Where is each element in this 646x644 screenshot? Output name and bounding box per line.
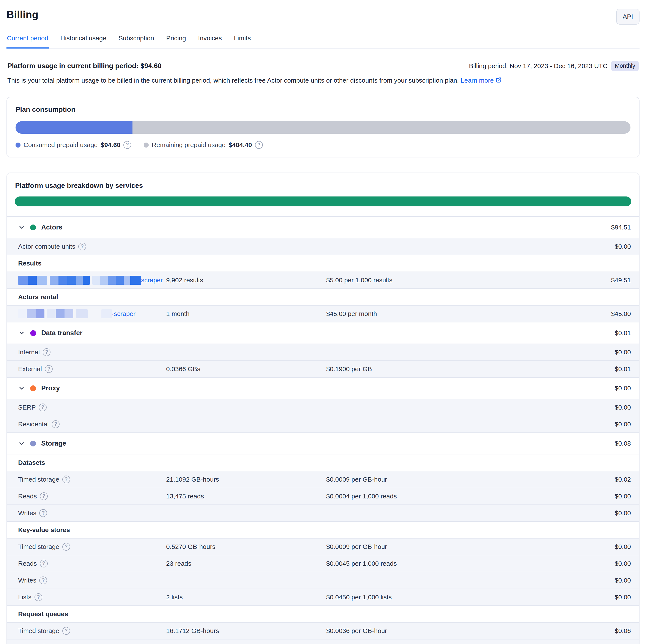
- section-label: Storage: [41, 439, 66, 447]
- row-quantity: 9,902 results: [166, 276, 326, 284]
- table-row: Actor compute units? $0.00: [7, 238, 639, 255]
- page-header: Billing API: [6, 9, 640, 25]
- remaining-help-icon[interactable]: ?: [255, 141, 263, 149]
- tab-limits[interactable]: Limits: [233, 34, 251, 48]
- plan-consumption-bar: [15, 121, 631, 134]
- row-label: Timed storage: [18, 476, 59, 483]
- row-amount: $45.00: [611, 310, 631, 317]
- row-label-cell: Writes?: [18, 576, 166, 584]
- chevron-down-icon: [18, 385, 25, 392]
- section-amount: $0.08: [615, 440, 631, 447]
- help-icon[interactable]: ?: [39, 576, 47, 584]
- redacted-text-block: [18, 309, 44, 318]
- section-row[interactable]: Proxy $0.00: [7, 377, 639, 399]
- section-amount: $94.51: [611, 224, 631, 231]
- help-icon[interactable]: ?: [62, 476, 70, 483]
- row-label-cell: Lists?: [18, 593, 166, 601]
- row-amount: $0.01: [615, 365, 631, 373]
- subsection-label: Key-value stores: [18, 526, 70, 534]
- breakdown-card: Platform usage breakdown by services Act…: [6, 172, 640, 644]
- row-label-cell: Residental?: [18, 420, 166, 428]
- subsection-row: Datasets: [7, 454, 639, 471]
- row-label: Writes: [18, 577, 36, 584]
- table-row: Residental? $0.00: [7, 416, 639, 432]
- redacted-text-block: [76, 309, 88, 318]
- actor-link[interactable]: ·scraper: [18, 309, 135, 318]
- table-row: SERP? $0.00: [7, 399, 639, 416]
- table-row: Reads? 13,475 reads $0.0004 per 1,000 re…: [7, 488, 639, 504]
- row-quantity: 2 lists: [166, 594, 326, 601]
- row-amount: $0.00: [615, 509, 631, 517]
- section-row[interactable]: Data transfer $0.01: [7, 322, 639, 344]
- row-amount: $0.00: [615, 594, 631, 601]
- help-icon[interactable]: ?: [52, 420, 60, 428]
- remaining-label: Remaining prepaid usage: [152, 141, 225, 149]
- row-amount: $0.00: [615, 420, 631, 428]
- redacted-text-block: [92, 276, 141, 285]
- section-row[interactable]: Storage $0.08: [7, 432, 639, 454]
- row-label-cell: Timed storage?: [18, 476, 166, 483]
- learn-more-link[interactable]: Learn more: [461, 77, 502, 84]
- row-amount: $0.00: [615, 493, 631, 500]
- tab-pricing[interactable]: Pricing: [166, 34, 187, 48]
- usage-description-text: This is your total platform usage to be …: [7, 77, 459, 84]
- section-label: Actors: [41, 224, 62, 231]
- section-row[interactable]: Actors $94.51: [7, 216, 639, 238]
- help-icon[interactable]: ?: [62, 543, 70, 551]
- help-icon[interactable]: ?: [39, 403, 46, 411]
- help-icon[interactable]: ?: [45, 365, 52, 373]
- tab-bar: Current periodHistorical usageSubscripti…: [6, 34, 640, 48]
- row-label: Reads: [18, 560, 37, 567]
- row-label: Writes: [18, 509, 36, 517]
- row-label: Timed storage: [18, 627, 59, 635]
- row-unit-price: $0.0009 per GB-hour: [326, 476, 615, 483]
- category-dot: [30, 225, 36, 230]
- row-unit-price: $5.00 per 1,000 results: [326, 276, 611, 284]
- breakdown-title: Platform usage breakdown by services: [15, 181, 631, 189]
- category-dot: [30, 330, 36, 336]
- row-amount: $49.51: [611, 276, 631, 284]
- remaining-value: $404.40: [228, 141, 252, 149]
- consumed-legend-item: Consumed prepaid usage $94.60 ?: [15, 141, 131, 149]
- row-label-cell: Internal?: [18, 348, 166, 356]
- row-unit-price: $0.1900 per GB: [326, 365, 615, 373]
- table-row: Reads? 23 reads $0.0045 per 1,000 reads …: [7, 555, 639, 572]
- billing-period-group: Billing period: Nov 17, 2023 - Dec 16, 2…: [469, 60, 639, 71]
- plan-consumption-legend: Consumed prepaid usage $94.60 ? Remainin…: [15, 141, 631, 149]
- plan-consumed-fill: [15, 121, 132, 134]
- help-icon[interactable]: ?: [34, 593, 42, 601]
- row-label-cell: ·scraper: [18, 309, 166, 318]
- page-title: Billing: [6, 9, 38, 20]
- breakdown-services-bar: [15, 197, 631, 207]
- api-button[interactable]: API: [616, 9, 640, 25]
- category-dot: [30, 385, 36, 391]
- section-label: Proxy: [41, 384, 60, 392]
- row-quantity: 1 month: [166, 310, 326, 317]
- actor-link[interactable]: scraper: [18, 276, 163, 285]
- consumed-help-icon[interactable]: ?: [123, 141, 131, 149]
- tab-current-period[interactable]: Current period: [6, 34, 49, 48]
- help-icon[interactable]: ?: [62, 627, 70, 635]
- table-row: Writes? $0.00: [7, 572, 639, 589]
- tab-subscription[interactable]: Subscription: [118, 34, 154, 48]
- row-label-cell: Timed storage?: [18, 543, 166, 551]
- help-icon[interactable]: ?: [43, 348, 50, 356]
- usage-description: This is your total platform usage to be …: [6, 77, 640, 85]
- tab-invoices[interactable]: Invoices: [198, 34, 222, 48]
- help-icon[interactable]: ?: [40, 560, 48, 567]
- remaining-legend-item: Remaining prepaid usage $404.40 ?: [144, 141, 262, 149]
- row-label: Timed storage: [18, 543, 59, 550]
- tab-historical-usage[interactable]: Historical usage: [60, 34, 107, 48]
- redacted-text-block: [49, 276, 90, 285]
- table-row: ·scraper 1 month $45.00 per month $45.00: [7, 305, 639, 322]
- row-amount: $0.00: [615, 349, 631, 356]
- help-icon[interactable]: ?: [40, 492, 48, 500]
- table-row: Timed storage? 16.1712 GB-hours $0.0036 …: [7, 622, 639, 639]
- row-label-cell: SERP?: [18, 403, 166, 411]
- plan-consumption-card: Plan consumption Consumed prepaid usage …: [6, 97, 640, 157]
- help-icon[interactable]: ?: [78, 243, 86, 250]
- table-row: Timed storage? 21.1092 GB-hours $0.0009 …: [7, 471, 639, 488]
- help-icon[interactable]: ?: [39, 509, 47, 517]
- row-label-cell: Actor compute units?: [18, 243, 166, 250]
- subsection-row: Results: [7, 255, 639, 271]
